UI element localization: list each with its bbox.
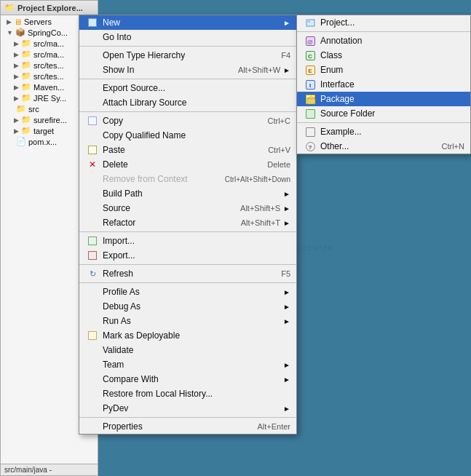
pe-srcma1-label: src/ma...: [33, 39, 64, 48]
menu-item-properties[interactable]: Properties Alt+Enter: [79, 419, 296, 434]
svg-rect-2: [307, 98, 315, 104]
menu-item-export-source[interactable]: Export Source...: [79, 81, 296, 95]
enum-icon: E: [303, 66, 317, 75]
menu-item-team[interactable]: Team ►: [79, 357, 296, 372]
mark-deployable-icon: [85, 331, 100, 340]
expand-icon: ▶: [14, 84, 19, 91]
menu-debug-as-label: Debug As: [103, 301, 280, 312]
folder-icon: 🖥: [14, 17, 22, 26]
menu-compare-with-label: Compare With: [103, 374, 280, 384]
show-in-arrow: ►: [283, 66, 290, 74]
menu-item-run-as[interactable]: Run As ►: [79, 314, 296, 328]
properties-shortcut: Alt+Enter: [257, 422, 290, 431]
menu-item-refactor[interactable]: Refactor Alt+Shift+T ►: [79, 215, 296, 230]
menu-item-paste[interactable]: Paste Ctrl+V: [79, 143, 296, 157]
file-icon: 📄: [16, 137, 26, 146]
menu-source-label: Source: [103, 203, 226, 213]
menu-item-copy[interactable]: Copy Ctrl+C: [79, 114, 296, 128]
new-icon: [85, 18, 100, 27]
source-shortcut: Alt+Shift+S: [240, 204, 280, 213]
menu-item-validate[interactable]: Validate: [79, 343, 296, 357]
folder-icon: 📁: [16, 104, 26, 114]
submenu-item-package[interactable]: Package: [297, 92, 470, 106]
pe-surefire-label: surefire...: [33, 116, 67, 124]
menu-item-goto[interactable]: Go Into: [79, 30, 296, 44]
submenu-item-enum[interactable]: E Enum: [297, 63, 470, 77]
compare-with-arrow: ►: [283, 376, 290, 384]
menu-item-profile-as[interactable]: Profile As ►: [79, 285, 296, 299]
menu-item-mark-deployable[interactable]: Mark as Deployable: [79, 328, 296, 343]
expand-icon: ▶: [14, 40, 19, 47]
submenu-annotation-label: Annotation: [320, 36, 464, 46]
menu-validate-label: Validate: [103, 345, 290, 355]
menu-item-refresh[interactable]: ↻ Refresh F5: [79, 266, 296, 281]
pe-pom-label: pom.x...: [28, 138, 57, 146]
submenu-example-label: Example...: [320, 127, 464, 137]
submenu-sep-2: [297, 122, 470, 123]
menu-export-label: Export...: [103, 250, 290, 261]
pe-jre-label: JRE Sy...: [33, 94, 66, 103]
menu-profile-as-label: Profile As: [103, 287, 280, 297]
menu-item-import[interactable]: Import...: [79, 234, 296, 248]
expand-icon: ▼: [7, 29, 13, 36]
expand-icon: ▶: [14, 116, 19, 124]
submenu-item-example[interactable]: Example...: [297, 124, 470, 139]
separator-1: [79, 46, 296, 47]
menu-run-as-label: Run As: [103, 316, 280, 326]
svg-marker-3: [307, 96, 315, 98]
submenu-item-interface[interactable]: I Interface: [297, 77, 470, 92]
menu-paste-label: Paste: [103, 145, 253, 155]
folder-icon: 📁: [21, 82, 31, 92]
submenu-item-source-folder[interactable]: Source Folder: [297, 106, 470, 121]
menu-item-compare-with[interactable]: Compare With ►: [79, 372, 296, 386]
expand-icon: ▶: [14, 95, 19, 102]
separator-4: [79, 231, 296, 232]
menu-item-source[interactable]: Source Alt+Shift+S ►: [79, 201, 296, 215]
menu-attach-library-label: Attach Library Source: [103, 98, 290, 108]
delete-icon: ✕: [85, 160, 100, 169]
menu-item-show-in[interactable]: Show In Alt+Shift+W ►: [79, 63, 296, 77]
menu-item-new[interactable]: New ►: [79, 15, 296, 30]
submenu-item-annotation[interactable]: @ Annotation: [297, 33, 470, 48]
menu-item-build-path[interactable]: Build Path ►: [79, 186, 296, 201]
team-arrow: ►: [283, 361, 290, 369]
submenu-enum-label: Enum: [320, 65, 464, 75]
menu-goto-label: Go Into: [103, 32, 290, 42]
menu-item-open-hierarchy[interactable]: Open Type Hierarchy F4: [79, 48, 296, 63]
pe-servers-label: Servers: [24, 17, 52, 26]
paste-shortcut: Ctrl+V: [268, 146, 290, 154]
refactor-shortcut: Alt+Shift+T: [241, 218, 280, 227]
submenu-class-label: Class: [320, 50, 464, 60]
project-icon: 📦: [15, 28, 25, 37]
pe-srcma2-label: src/ma...: [33, 50, 64, 59]
submenu-item-project[interactable]: Project...: [297, 15, 470, 30]
menu-item-attach-library[interactable]: Attach Library Source: [79, 95, 296, 110]
package-icon: [303, 95, 317, 104]
folder-icon: 📁: [21, 39, 31, 48]
menu-item-copy-qualified[interactable]: Copy Qualified Name: [79, 128, 296, 143]
submenu-item-class[interactable]: C Class: [297, 48, 470, 63]
menu-item-delete[interactable]: ✕ Delete Delete: [79, 157, 296, 172]
separator-5: [79, 264, 296, 265]
refresh-icon: ↻: [85, 269, 100, 279]
source-folder-icon: [303, 109, 317, 119]
interface-icon: I: [303, 80, 317, 90]
submenu-item-other[interactable]: ? Other... Ctrl+N: [297, 139, 470, 154]
other-icon: ?: [303, 142, 317, 151]
menu-item-debug-as[interactable]: Debug As ►: [79, 299, 296, 314]
project-icon: [303, 18, 317, 28]
submenu-other-label: Other...: [320, 141, 427, 151]
folder-icon: 📁: [21, 71, 31, 81]
show-in-shortcut: Alt+Shift+W: [238, 66, 280, 74]
paste-icon: [85, 146, 100, 154]
refresh-shortcut: F5: [281, 269, 290, 278]
menu-properties-label: Properties: [103, 421, 242, 432]
menu-item-restore-history[interactable]: Restore from Local History...: [79, 386, 296, 401]
menu-item-pydev[interactable]: PyDev ►: [79, 401, 296, 416]
svg-rect-1: [306, 20, 310, 23]
annotation-icon: @: [303, 36, 317, 46]
menu-item-export[interactable]: Export...: [79, 248, 296, 263]
menu-export-source-label: Export Source...: [103, 83, 290, 93]
context-menu: New ► Go Into Open Type Hierarchy F4 Sho…: [79, 15, 297, 435]
separator-3: [79, 111, 296, 112]
